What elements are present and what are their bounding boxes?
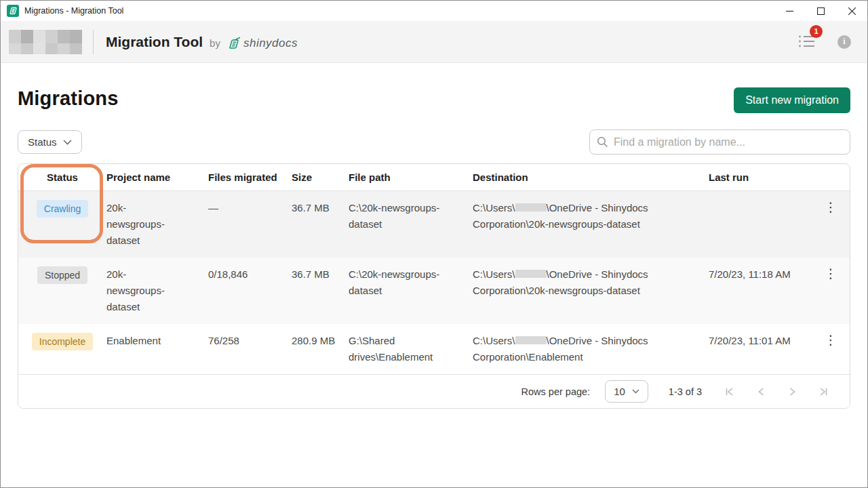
redacted-company-logo <box>9 30 82 54</box>
redacted-username <box>515 336 547 344</box>
redacted-username <box>515 270 547 278</box>
status-filter-dropdown[interactable]: Status <box>18 130 82 154</box>
table-row: Crawling 20k-newsgroups-dataset — 36.7 M… <box>18 191 850 258</box>
files-migrated: 0/18,846 <box>208 258 292 291</box>
row-menu-button[interactable]: ⋮ <box>810 258 850 282</box>
chevron-down-icon <box>632 389 639 394</box>
notification-badge: 1 <box>810 25 823 38</box>
status-badge: Incomplete <box>32 333 93 350</box>
last-page-button[interactable] <box>816 384 831 399</box>
files-migrated: — <box>208 191 292 225</box>
last-run <box>709 191 810 209</box>
by-label: by <box>210 37 220 49</box>
project-name-link[interactable]: 20k-newsgroups-dataset <box>106 258 186 324</box>
table-row: Incomplete Enablement 76/258 280.9 MB G:… <box>18 324 850 374</box>
app-title: Migration Tool <box>106 34 203 50</box>
col-header-files: Files migrated <box>208 164 292 190</box>
rows-per-page-value: 10 <box>614 386 625 397</box>
rows-per-page-select[interactable]: 10 <box>605 380 648 403</box>
close-button[interactable] <box>836 1 867 21</box>
minimize-button[interactable] <box>774 1 805 21</box>
size: 280.9 MB <box>292 324 349 358</box>
status-filter-label: Status <box>28 136 57 148</box>
file-path: C:\20k-newsgroups-dataset <box>349 258 473 308</box>
row-menu-button[interactable]: ⋮ <box>810 324 850 348</box>
size: 36.7 MB <box>292 258 349 291</box>
window-title: Migrations - Migration Tool <box>24 6 123 16</box>
col-header-status: Status <box>18 164 106 190</box>
col-header-path: File path <box>349 164 473 190</box>
table-header-row: Status Project name Files migrated Size … <box>18 164 850 191</box>
brand-name: shinydocs <box>243 37 298 50</box>
last-run: 7/20/23, 11:01 AM <box>709 324 810 358</box>
header-divider <box>93 30 94 54</box>
maximize-button[interactable] <box>805 1 836 21</box>
start-new-migration-button[interactable]: Start new migration <box>734 87 850 113</box>
status-badge: Crawling <box>37 200 88 218</box>
redacted-username <box>515 203 547 211</box>
shinydocs-logo: shinydocs <box>226 35 298 52</box>
col-header-lastrun: Last run <box>709 164 810 190</box>
main-content: Migrations Start new migration Status St… <box>1 87 867 409</box>
size: 36.7 MB <box>292 191 349 225</box>
status-badge: Stopped <box>37 266 87 284</box>
first-page-button[interactable] <box>722 384 737 399</box>
destination: C:\Users\\OneDrive - Shinydocs Corporati… <box>473 191 709 241</box>
search-icon <box>597 136 608 148</box>
info-icon[interactable]: i <box>837 35 851 49</box>
pagination-range: 1-3 of 3 <box>669 386 702 397</box>
next-page-button[interactable] <box>785 384 800 399</box>
project-name-link[interactable]: Enablement <box>106 324 186 358</box>
search-box <box>589 129 850 155</box>
migrations-table: Status Project name Files migrated Size … <box>18 163 850 409</box>
app-window: Migrations - Migration Tool Migration To… <box>0 0 868 488</box>
col-header-project: Project name <box>106 164 208 190</box>
titlebar: Migrations - Migration Tool <box>1 1 867 21</box>
search-input[interactable] <box>614 136 843 148</box>
page-title: Migrations <box>18 87 119 110</box>
row-menu-button[interactable]: ⋮ <box>810 191 850 216</box>
queue-button[interactable]: 1 <box>798 33 817 51</box>
last-run: 7/20/23, 11:18 AM <box>709 258 810 291</box>
rows-per-page-label: Rows per page: <box>521 386 591 397</box>
files-migrated: 76/258 <box>208 324 292 358</box>
app-header: Migration Tool by shinydocs <box>1 21 867 63</box>
file-path: G:\Shared drives\Enablement <box>349 324 473 374</box>
destination: C:\Users\\OneDrive - Shinydocs Corporati… <box>473 324 709 374</box>
table-row: Stopped 20k-newsgroups-dataset 0/18,846 … <box>18 258 850 324</box>
shinydocs-glyph-icon <box>226 35 242 52</box>
destination: C:\Users\\OneDrive - Shinydocs Corporati… <box>473 258 709 308</box>
chevron-down-icon <box>63 140 72 145</box>
project-name: 20k-newsgroups-dataset <box>106 191 186 258</box>
previous-page-button[interactable] <box>753 384 768 399</box>
col-header-destination: Destination <box>473 164 709 190</box>
table-footer: Rows per page: 10 1-3 of 3 <box>18 374 850 408</box>
col-header-size: Size <box>292 164 349 190</box>
file-path: C:\20k-newsgroups-dataset <box>349 191 473 241</box>
app-icon <box>7 5 19 17</box>
